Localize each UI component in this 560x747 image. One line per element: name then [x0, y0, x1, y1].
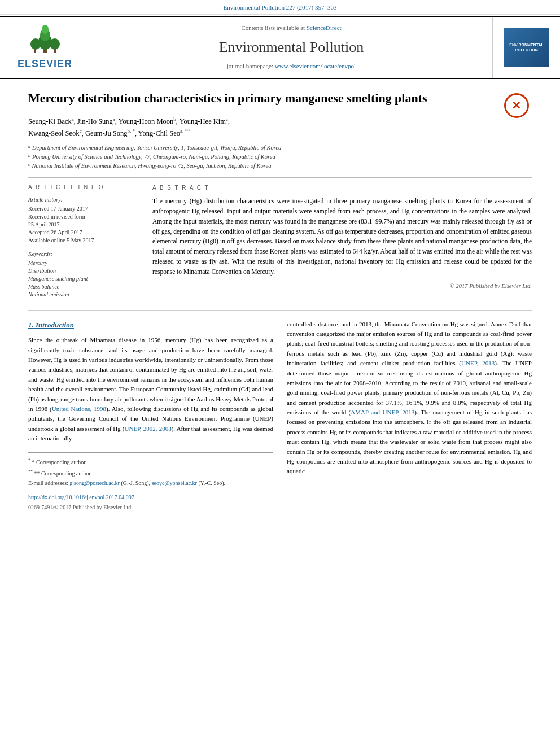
journal-name: Environmental Pollution: [219, 37, 364, 58]
online-date: Available online 5 May 2017: [28, 237, 132, 244]
accepted-date: Accepted 26 April 2017: [28, 229, 132, 237]
copyright-line: © 2017 Published by Elsevier Ltd.: [152, 282, 532, 291]
elsevier-logo-container: ELSEVIER: [0, 17, 90, 77]
contents-available-text: Contents lists available at ScienceDirec…: [241, 24, 341, 32]
affiliation-b: b Pohang University of Science and Techn…: [28, 152, 532, 161]
received-revised-label: Received in revised form: [28, 213, 132, 221]
keyword-manganese: Manganese smelting plant: [28, 275, 132, 283]
crossmark-icon: ✕: [504, 93, 529, 118]
right-paragraph-1: controlled substance, and in 2013, the M…: [287, 320, 532, 477]
svg-point-3: [42, 25, 49, 34]
elsevier-wordmark: ELSEVIER: [18, 57, 72, 71]
doi-link[interactable]: http://dx.doi.org/10.1016/j.envpol.2017.…: [28, 494, 134, 500]
journal-url[interactable]: www.elsevier.com/locate/envpol: [275, 63, 356, 69]
ref-link-un1998[interactable]: United Nations, 1998: [52, 405, 106, 412]
keyword-national-emission: National emission: [28, 291, 132, 299]
article-title: Mercury distribution characteristics in …: [28, 90, 532, 107]
main-body: 1. Introduction Since the outbreak of Mi…: [28, 310, 532, 512]
svg-rect-6: [34, 49, 36, 53]
elsevier-tree-icon: [25, 24, 65, 55]
elsevier-logo: ELSEVIER: [18, 24, 72, 71]
footnote-star2: ** ** Corresponding author.: [28, 469, 273, 478]
keyword-distribution: Distribution: [28, 267, 132, 275]
sciencedirect-link[interactable]: ScienceDirect: [307, 24, 342, 31]
article-body: Mercury distribution characteristics in …: [0, 79, 560, 523]
journal-homepage: journal homepage: www.elsevier.com/locat…: [227, 62, 356, 71]
revised-date: 25 April 2017: [28, 221, 132, 229]
history-label: Article history:: [28, 196, 132, 204]
email-link-gjsong[interactable]: gjsong@postech.ac.kr: [69, 480, 120, 486]
keyword-mass-balance: Mass balance: [28, 283, 132, 291]
keyword-mercury: Mercury: [28, 259, 132, 267]
received-date: Received 17 January 2017: [28, 205, 132, 213]
article-info-column: A R T I C L E I N F O Article history: R…: [28, 184, 141, 299]
intro-paragraph-1: Since the outbreak of Minamata disease i…: [28, 335, 273, 443]
abstract-column: A B S T R A C T The mercury (Hg) distrib…: [152, 184, 532, 299]
introduction-heading: 1. Introduction: [28, 320, 273, 331]
keywords-section: Keywords: Mercury Distribution Manganese…: [28, 250, 132, 299]
issn-line: 0269-7491/© 2017 Published by Elsevier L…: [28, 503, 273, 512]
article-info-label: A R T I C L E I N F O: [28, 184, 132, 191]
ref-link-amap2013[interactable]: AMAP and UNEP, 2013: [351, 409, 414, 416]
abstract-label: A B S T R A C T: [152, 184, 532, 193]
body-right-column: controlled substance, and in 2013, the M…: [287, 320, 532, 512]
svg-rect-7: [54, 49, 56, 53]
footnote-emails: E-mail addresses: gjsong@postech.ac.kr (…: [28, 479, 273, 487]
header: ELSEVIER Contents lists available at Sci…: [0, 16, 560, 78]
footnotes-area: * * Corresponding author. ** ** Correspo…: [28, 452, 273, 487]
ep-logo-container: ENVIRONMENTAL POLLUTION: [492, 17, 560, 77]
keywords-label: Keywords:: [28, 250, 132, 258]
ep-logo: ENVIRONMENTAL POLLUTION: [504, 28, 549, 67]
journal-link-bar: Environmental Pollution 227 (2017) 357–3…: [0, 0, 560, 15]
footnote-star1: * * Corresponding author.: [28, 457, 273, 466]
affiliation-c: c National Institute of Environment Rese…: [28, 161, 532, 171]
doi-line: http://dx.doi.org/10.1016/j.envpol.2017.…: [28, 493, 273, 502]
journal-link[interactable]: Environmental Pollution 227 (2017) 357–3…: [223, 4, 336, 11]
abstract-text: The mercury (Hg) distribution characteri…: [152, 196, 532, 277]
journal-header-center: Contents lists available at ScienceDirec…: [90, 17, 492, 77]
svg-point-4: [30, 38, 41, 50]
email-link-seoyc[interactable]: seoyc@yonsei.ac.kr: [152, 480, 197, 486]
svg-point-5: [50, 38, 60, 50]
authors-line: Seung-Ki Backa, Jin-Ho Sunga, Young-Hoon…: [28, 115, 532, 139]
article-history: Article history: Received 17 January 201…: [28, 196, 132, 244]
affiliation-a: a Department of Environmental Engineerin…: [28, 143, 532, 152]
article-info-abstract-section: A R T I C L E I N F O Article history: R…: [28, 177, 532, 299]
body-left-column: 1. Introduction Since the outbreak of Mi…: [28, 320, 273, 512]
ref-link-unep2013[interactable]: UNEP, 2013: [461, 360, 495, 366]
crossmark-badge[interactable]: ✕: [501, 90, 532, 121]
ref-link-unep2002[interactable]: UNEP, 2002, 2008: [125, 425, 172, 432]
affiliations: a Department of Environmental Engineerin…: [28, 143, 532, 170]
